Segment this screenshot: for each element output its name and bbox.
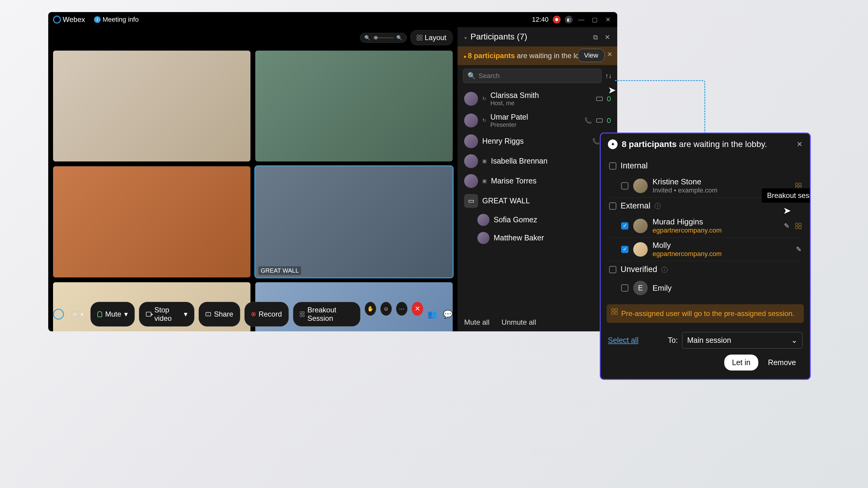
collapse-icon[interactable]: ⌄ — [464, 34, 467, 40]
screen-share-icon: ▣ — [482, 158, 487, 164]
mic-mini-icon — [607, 118, 611, 123]
cursor-icon: ➤ — [608, 84, 616, 96]
breakout-icon — [612, 308, 618, 315]
callout-connector — [615, 80, 705, 134]
sort-button[interactable]: ↑↓ — [605, 72, 612, 80]
breakout-icon — [300, 312, 304, 317]
close-popup-icon[interactable]: ✕ — [797, 140, 803, 149]
webex-window: Webex i Meeting info 12:40 ◧ — ▢ ✕ 🔍 🔍 — [48, 12, 617, 331]
breakout-button[interactable]: Breakout Session — [293, 302, 361, 327]
avatar — [633, 178, 648, 193]
video-tile[interactable] — [53, 166, 250, 277]
remove-button[interactable]: Remove — [761, 355, 803, 370]
camera-mini-icon — [596, 119, 603, 123]
host-indicator-icon: ↻ — [482, 96, 486, 101]
edit-icon[interactable]: ✎ — [784, 222, 789, 230]
app-name: Webex — [63, 15, 85, 24]
assistant-icon[interactable] — [53, 309, 64, 320]
phone-icon: 📞 — [592, 138, 600, 145]
zoom-control[interactable]: 🔍 🔍 — [360, 33, 407, 43]
session-select[interactable]: Main session ⌄ — [682, 332, 803, 349]
chevron-down-icon: ⌄ — [791, 336, 798, 345]
checkbox-checked[interactable] — [621, 222, 628, 230]
more-button[interactable]: ⋯ — [396, 302, 407, 316]
app-logo: Webex — [53, 15, 85, 24]
video-tile-active[interactable]: GREAT WALL — [255, 166, 453, 277]
lobby-icon: ✦ — [608, 139, 618, 149]
preassigned-note: Pre-assigned user will go to the pre-ass… — [607, 304, 804, 323]
checkbox[interactable] — [621, 284, 628, 292]
info-icon: i — [94, 16, 101, 23]
record-button[interactable]: Record — [244, 302, 289, 327]
assign-breakout-icon[interactable] — [795, 183, 801, 189]
nested-participant-row[interactable]: Matthew Baker — [463, 229, 612, 247]
avatar — [464, 113, 478, 127]
checkbox[interactable] — [609, 202, 616, 210]
dismiss-banner-icon[interactable]: ✕ — [607, 51, 613, 59]
avatar — [464, 92, 478, 106]
unmute-all-button[interactable]: Unmute all — [501, 318, 536, 327]
chat-icon[interactable]: 💬 — [443, 310, 453, 319]
lobby-person-row[interactable]: Mollyegpartnercompany.com ✎ — [609, 238, 801, 261]
maximize-button[interactable]: ▢ — [590, 15, 599, 24]
video-tile[interactable] — [255, 51, 453, 161]
checkbox[interactable] — [609, 162, 616, 170]
alert-icon: ● — [464, 54, 467, 59]
popout-icon[interactable]: ⧉ — [593, 33, 600, 40]
layout-button[interactable]: Layout — [410, 30, 453, 45]
mute-button[interactable]: Mute▾ — [90, 302, 135, 327]
captions-button[interactable]: cc▾ — [68, 309, 86, 319]
room-row[interactable]: ▭ GREAT WALL — [463, 191, 612, 211]
zoom-in-icon[interactable]: 🔍 — [396, 35, 402, 41]
clock: 12:40 — [532, 16, 549, 24]
share-icon — [206, 312, 211, 316]
minimize-button[interactable]: — — [577, 15, 586, 24]
view-lobby-button[interactable]: View — [578, 49, 604, 62]
record-icon — [251, 312, 255, 316]
search-input[interactable]: 🔍 Search — [463, 69, 601, 83]
checkbox-checked[interactable] — [621, 246, 628, 253]
participant-row[interactable]: ▣ Marise Torres — [463, 171, 612, 191]
info-icon[interactable]: i — [661, 267, 668, 272]
checkbox[interactable] — [621, 182, 628, 190]
participant-row[interactable]: ↻ Umar PatelPresenter 📞 — [463, 110, 612, 131]
raise-hand-button[interactable]: ✋ — [365, 302, 376, 316]
video-tile[interactable] — [53, 51, 250, 161]
zoom-out-icon[interactable]: 🔍 — [364, 35, 370, 41]
section-unverified[interactable]: Unverified i — [609, 261, 801, 278]
avatar — [477, 214, 490, 226]
zoom-slider[interactable] — [373, 37, 394, 38]
mic-icon — [97, 311, 102, 317]
edit-icon[interactable]: ✎ — [796, 246, 801, 253]
participant-row[interactable]: ▣ Isabella Brennan — [463, 151, 612, 171]
room-icon: ▭ — [464, 194, 478, 208]
checkbox[interactable] — [609, 266, 616, 273]
reactions-button[interactable]: ☺ — [380, 302, 392, 316]
participants-icon[interactable]: 👥 — [427, 310, 437, 319]
phone-icon: 📞 — [584, 117, 592, 124]
lobby-person-row[interactable]: E Emily — [609, 278, 801, 298]
close-panel-icon[interactable]: ✕ — [604, 33, 611, 40]
webex-icon — [53, 16, 61, 24]
let-in-button[interactable]: Let in — [724, 355, 758, 370]
share-button[interactable]: Share — [198, 302, 240, 327]
pause-indicator-icon[interactable]: ◧ — [565, 16, 572, 24]
participant-row[interactable]: ↻ Clarissa SmithHost, me — [463, 88, 612, 110]
section-internal[interactable]: Internal — [609, 158, 801, 174]
mute-all-button[interactable]: Mute all — [464, 318, 490, 327]
recording-indicator-icon[interactable] — [553, 16, 561, 24]
nested-participant-row[interactable]: Sofia Gomez — [463, 211, 612, 229]
participant-row[interactable]: Henry Riggs 📞 — [463, 131, 612, 151]
lobby-person-row[interactable]: Murad Higginsegpartnercompany.com ✎ — [609, 214, 801, 238]
assign-breakout-icon[interactable] — [795, 223, 801, 229]
close-window-button[interactable]: ✕ — [603, 15, 613, 24]
to-label: To: — [668, 336, 678, 345]
info-icon[interactable]: i — [655, 203, 661, 209]
avatar — [633, 242, 648, 257]
end-call-button[interactable]: ✕ — [412, 302, 423, 316]
meeting-info-button[interactable]: i Meeting info — [94, 16, 138, 24]
select-all-link[interactable]: Select all — [608, 336, 638, 345]
stop-video-button[interactable]: Stop video▾ — [139, 302, 194, 327]
presenter-indicator-icon: ↻ — [482, 118, 486, 123]
screen-share-icon: ▣ — [482, 178, 487, 184]
